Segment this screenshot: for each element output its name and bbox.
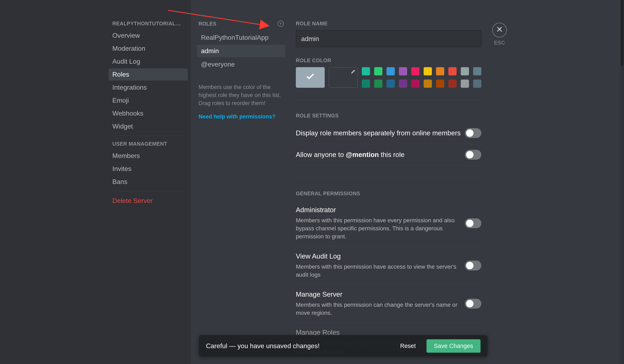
color-swatch[interactable] bbox=[424, 67, 432, 75]
roles-hint-text: Members use the color of the highest rol… bbox=[197, 83, 286, 107]
color-swatch[interactable] bbox=[374, 67, 382, 75]
close-button[interactable] bbox=[492, 23, 507, 38]
plus-icon: + bbox=[279, 21, 282, 26]
color-swatch[interactable] bbox=[473, 67, 481, 75]
color-swatch[interactable] bbox=[424, 79, 432, 88]
display-separately-toggle[interactable] bbox=[465, 128, 481, 138]
administrator-toggle[interactable] bbox=[465, 218, 481, 228]
sidebar-item-emoji[interactable]: Emoji bbox=[109, 94, 188, 106]
custom-color-swatch[interactable] bbox=[329, 67, 358, 88]
sidebar-item-bans[interactable]: Bans bbox=[109, 176, 188, 188]
color-swatch[interactable] bbox=[387, 67, 395, 75]
roles-header: Roles bbox=[199, 21, 216, 27]
color-swatch[interactable] bbox=[374, 79, 382, 88]
close-icon bbox=[496, 25, 503, 35]
default-color-swatch[interactable] bbox=[296, 67, 325, 88]
sidebar-item-integrations[interactable]: Integrations bbox=[109, 81, 188, 94]
color-swatch[interactable] bbox=[448, 67, 457, 75]
role-name-label: Role Name bbox=[296, 21, 481, 26]
unsaved-message: Careful — you have unsaved changes! bbox=[206, 342, 393, 350]
administrator-label: Administrator Members with this permissi… bbox=[296, 206, 465, 241]
color-swatch[interactable] bbox=[461, 67, 469, 75]
view-audit-log-toggle[interactable] bbox=[465, 261, 481, 270]
color-swatch[interactable] bbox=[411, 67, 419, 75]
sidebar-item-webhooks[interactable]: Webhooks bbox=[109, 107, 188, 120]
role-name-input[interactable] bbox=[296, 30, 481, 47]
color-swatch[interactable] bbox=[362, 79, 370, 88]
sidebar-item-roles[interactable]: Roles bbox=[109, 68, 188, 81]
esc-label: ESC bbox=[492, 40, 507, 46]
color-swatch[interactable] bbox=[473, 79, 481, 88]
sidebar-item-overview[interactable]: Overview bbox=[109, 29, 188, 42]
manage-server-label: Manage Server Members with this permissi… bbox=[296, 291, 465, 317]
role-settings-label: Role Settings bbox=[296, 113, 481, 119]
color-swatch[interactable] bbox=[461, 79, 469, 88]
sidebar-item-invites[interactable]: Invites bbox=[109, 163, 188, 175]
server-name-header: REALPYTHONTUTORIALSERV... bbox=[109, 21, 188, 29]
color-swatch[interactable] bbox=[436, 67, 444, 75]
manage-server-toggle[interactable] bbox=[465, 299, 481, 309]
color-swatch[interactable] bbox=[362, 67, 370, 75]
color-swatch[interactable] bbox=[399, 79, 407, 88]
role-item[interactable]: RealPythonTutorialApp bbox=[197, 31, 286, 44]
color-swatch[interactable] bbox=[387, 79, 395, 88]
delete-server-button[interactable]: Delete Server bbox=[109, 195, 188, 207]
unsaved-changes-bar: Careful — you have unsaved changes! Rese… bbox=[199, 335, 488, 357]
role-color-label: Role Color bbox=[296, 57, 481, 63]
role-item[interactable]: @everyone bbox=[197, 58, 286, 71]
user-management-header: User Management bbox=[109, 139, 188, 150]
view-audit-log-label: View Audit Log Members with this permiss… bbox=[296, 252, 465, 279]
reset-button[interactable]: Reset bbox=[393, 339, 423, 353]
color-swatch[interactable] bbox=[448, 79, 457, 88]
permissions-help-link[interactable]: Need help with permissions? bbox=[197, 114, 286, 120]
divider bbox=[296, 178, 481, 178]
general-permissions-label: General Permissions bbox=[296, 191, 481, 196]
left-gutter bbox=[0, 0, 106, 364]
sidebar: REALPYTHONTUTORIALSERV... Overview Moder… bbox=[106, 0, 191, 364]
role-item-selected[interactable]: admin bbox=[197, 45, 286, 57]
scrollbar[interactable] bbox=[620, 0, 624, 364]
scroll-thumb[interactable] bbox=[621, 0, 624, 66]
allow-mention-toggle[interactable] bbox=[465, 150, 481, 160]
color-swatch[interactable] bbox=[411, 79, 419, 88]
main-content: Role Name Role Color Role Settings bbox=[292, 0, 624, 364]
sidebar-item-widget[interactable]: Widget bbox=[109, 120, 188, 132]
sidebar-item-moderation[interactable]: Moderation bbox=[109, 42, 188, 55]
sidebar-item-members[interactable]: Members bbox=[109, 150, 188, 162]
close-area: ESC bbox=[492, 23, 507, 46]
color-swatch[interactable] bbox=[436, 79, 444, 88]
check-icon bbox=[305, 72, 315, 84]
roles-column: Roles + RealPythonTutorialApp admin @eve… bbox=[191, 0, 292, 364]
sidebar-item-audit-log[interactable]: Audit Log bbox=[109, 55, 188, 68]
color-swatch-grid bbox=[362, 67, 481, 88]
color-swatch[interactable] bbox=[399, 67, 407, 75]
eyedropper-icon bbox=[351, 69, 356, 75]
display-separately-label: Display role members separately from onl… bbox=[296, 129, 465, 137]
allow-mention-label: Allow anyone to @mention this role bbox=[296, 151, 465, 159]
add-role-button[interactable]: + bbox=[278, 21, 284, 27]
save-changes-button[interactable]: Save Changes bbox=[426, 339, 481, 353]
